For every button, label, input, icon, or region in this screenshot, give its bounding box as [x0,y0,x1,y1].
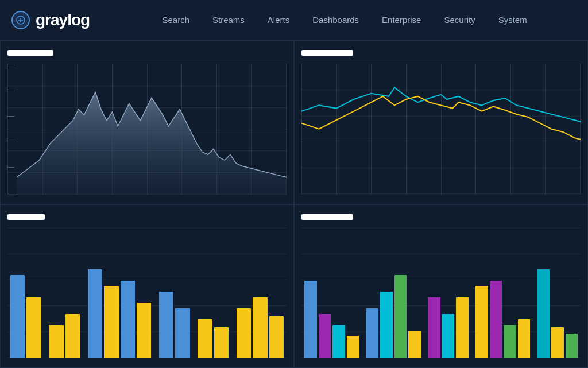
bar [10,275,25,358]
bar-chart-2 [301,228,581,359]
bar [428,297,440,358]
bar [121,281,135,358]
bar [65,314,80,358]
chart-panel-4 [294,204,588,369]
bar [408,331,421,358]
chart-title-2 [301,50,353,56]
bar [394,275,407,358]
bar [159,292,173,358]
bar [347,336,359,358]
logo-icon [11,11,30,29]
bar [214,327,229,358]
app-header: graylog Search Streams Alerts Dashboards… [0,0,588,40]
main-nav: Search Streams Alerts Dashboards Enterpr… [113,10,577,29]
bar [380,292,393,358]
logo: graylog [11,11,90,29]
nav-streams[interactable]: Streams [203,10,254,29]
bar [490,281,502,358]
bar [566,334,578,358]
area-chart [7,64,287,195]
bar [237,308,251,358]
dashboard-grid [0,40,588,368]
bar [442,314,455,358]
bars-container-2 [301,247,581,358]
line-chart [301,64,581,195]
bars-container-1 [7,247,287,358]
chart-panel-3 [0,204,294,369]
bar [269,316,284,358]
grid-line [301,228,581,228]
nav-system[interactable]: System [489,10,536,29]
bar [551,327,564,358]
nav-dashboards[interactable]: Dashboards [303,10,368,29]
area-svg [17,64,287,195]
logo-text: graylog [36,11,90,29]
nav-search[interactable]: Search [153,10,199,29]
bar [304,281,317,358]
bar [504,325,516,358]
bar [137,303,151,358]
bar [49,325,63,358]
nav-enterprise[interactable]: Enterprise [373,10,430,29]
bar [104,286,118,358]
bar [175,308,189,358]
chart-title-3 [7,214,45,220]
chart-title-4 [301,214,353,220]
bar [198,319,212,358]
bar [537,269,550,358]
bar [26,297,41,358]
chart-panel-1 [0,40,294,204]
chart-panel-2 [294,40,588,204]
nav-alerts[interactable]: Alerts [258,10,299,29]
grid-line [7,228,287,228]
bar [319,314,331,358]
bar [332,325,345,358]
bar [253,297,267,358]
bar [518,319,531,358]
chart-title-1 [7,50,53,56]
bar [366,308,379,358]
bar [475,286,488,358]
line-svg [301,64,581,195]
bar [456,297,469,358]
bar [88,269,102,358]
nav-security[interactable]: Security [435,10,484,29]
y-axis [7,64,14,195]
bar-chart-1 [7,228,287,359]
